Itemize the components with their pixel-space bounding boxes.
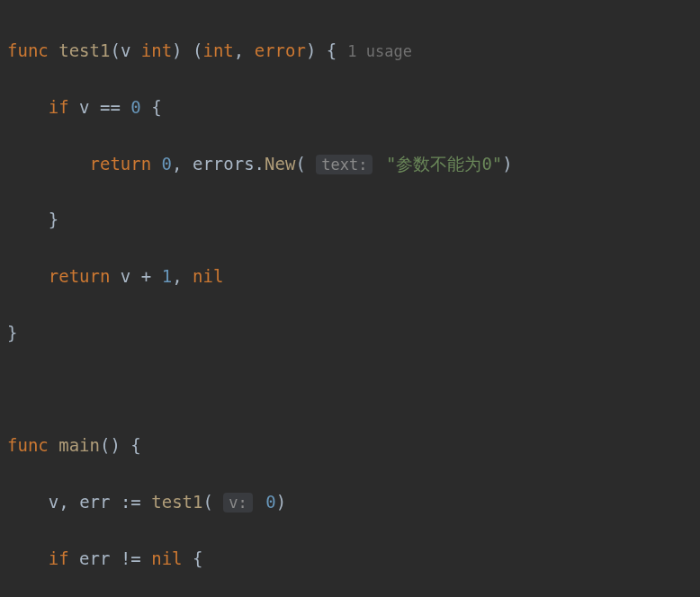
keyword-if: if bbox=[49, 548, 69, 568]
return-type: int bbox=[202, 40, 233, 60]
keyword-func: func bbox=[7, 435, 49, 455]
func-name-test1: test1 bbox=[58, 40, 110, 60]
keyword-return: return bbox=[49, 266, 111, 286]
paren: ) bbox=[172, 40, 182, 60]
param-hint-text[interactable]: text: bbox=[316, 155, 372, 174]
code-editor[interactable]: func test1(v int) (int, error) {1 usage … bbox=[0, 9, 700, 597]
comma: , bbox=[172, 266, 182, 286]
dot: . bbox=[255, 154, 265, 174]
operator: != bbox=[121, 548, 141, 568]
paren: ) bbox=[276, 492, 286, 512]
code-line[interactable]: } bbox=[7, 319, 700, 347]
paren: ( bbox=[295, 154, 305, 174]
paren: ( bbox=[202, 492, 212, 512]
brace: { bbox=[193, 548, 202, 568]
code-line[interactable]: func test1(v int) (int, error) {1 usage bbox=[7, 37, 700, 65]
keyword-return: return bbox=[90, 154, 152, 174]
operator: + bbox=[141, 266, 151, 286]
nil: nil bbox=[193, 266, 223, 286]
method-new: New bbox=[265, 154, 295, 174]
code-line[interactable]: return v + 1, nil bbox=[7, 263, 700, 290]
package-errors: errors bbox=[193, 154, 255, 174]
number: 0 bbox=[162, 154, 172, 174]
operator: == bbox=[100, 97, 121, 117]
var-v: v bbox=[49, 492, 58, 512]
assign-op: := bbox=[121, 492, 141, 512]
brace: { bbox=[130, 435, 140, 455]
nil: nil bbox=[151, 548, 182, 568]
var-err: err bbox=[79, 548, 110, 568]
number: 0 bbox=[130, 97, 140, 117]
func-name-main: main bbox=[58, 435, 100, 455]
keyword-if: if bbox=[49, 97, 69, 117]
number: 1 bbox=[162, 266, 172, 286]
comma: , bbox=[172, 154, 182, 174]
code-line[interactable]: if v == 0 { bbox=[7, 94, 700, 121]
code-line[interactable]: } bbox=[7, 206, 700, 234]
keyword-func: func bbox=[7, 40, 49, 60]
param-type: int bbox=[141, 40, 172, 60]
paren: ) bbox=[306, 40, 316, 60]
func-call-test1: test1 bbox=[151, 492, 202, 512]
return-type: error bbox=[255, 40, 306, 60]
var: v bbox=[121, 266, 130, 286]
usage-hint[interactable]: 1 usage bbox=[337, 42, 412, 60]
comma: , bbox=[234, 40, 244, 60]
code-line[interactable]: func main() { bbox=[7, 432, 700, 459]
brace: } bbox=[7, 323, 17, 343]
var-err: err bbox=[79, 492, 110, 512]
string-literal: "参数不能为0" bbox=[386, 154, 502, 174]
code-line[interactable]: v, err := test1( v: 0) bbox=[7, 488, 700, 516]
brace: { bbox=[327, 40, 337, 60]
paren: ) bbox=[502, 154, 512, 174]
code-line[interactable] bbox=[7, 375, 700, 403]
paren: ( bbox=[110, 40, 120, 60]
number: 0 bbox=[265, 492, 275, 512]
comma: , bbox=[58, 492, 68, 512]
code-line[interactable]: if err != nil { bbox=[7, 545, 700, 573]
var: v bbox=[79, 97, 89, 117]
brace: { bbox=[151, 97, 161, 117]
param-name: v bbox=[121, 40, 130, 60]
code-line[interactable]: return 0, errors.New( text: "参数不能为0") bbox=[7, 150, 700, 178]
paren: ( bbox=[193, 40, 202, 60]
param-hint-v[interactable]: v: bbox=[223, 493, 252, 512]
brace: } bbox=[49, 209, 58, 229]
paren: () bbox=[100, 435, 121, 455]
